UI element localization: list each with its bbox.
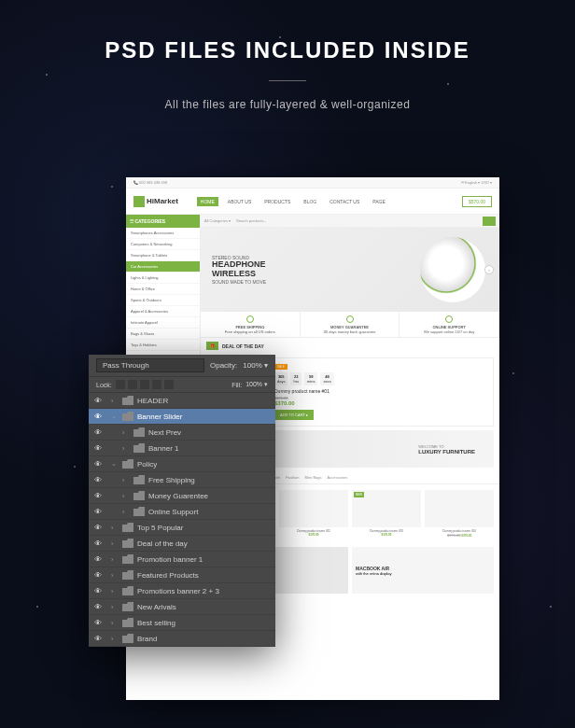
blend-mode-select[interactable]: Pass Through xyxy=(96,358,204,372)
visibility-icon[interactable]: 👁 xyxy=(92,523,104,532)
tab: Fashion xyxy=(286,475,299,480)
visibility-icon[interactable]: 👁 xyxy=(92,634,104,643)
layer-row[interactable]: 👁›Brand xyxy=(89,631,275,647)
cat-item: Computers & Networking xyxy=(126,239,200,250)
title-divider xyxy=(269,80,306,81)
layer-row[interactable]: 👁›Banner 1 xyxy=(89,441,275,456)
cat-item: Home & Office xyxy=(126,284,200,295)
layer-row[interactable]: 👁›Deal of the day xyxy=(89,536,275,552)
policy-sub: We support online 24/7 on day xyxy=(424,329,474,334)
layer-name: New Arivals xyxy=(137,603,272,611)
expand-arrow-icon[interactable]: › xyxy=(111,398,119,404)
layer-row[interactable]: 👁›Featured Products xyxy=(89,567,275,583)
opacity-value[interactable]: 100% ▾ xyxy=(243,361,268,370)
folder-icon xyxy=(122,459,133,469)
visibility-icon[interactable]: 👁 xyxy=(92,491,104,500)
deal-name: Dummy product name #01 xyxy=(274,388,487,394)
layer-row[interactable]: 👁›New Arivals xyxy=(89,599,275,615)
nav-blog: BLOG xyxy=(300,197,320,206)
expand-arrow-icon[interactable]: › xyxy=(111,572,119,579)
layer-row[interactable]: 👁›Money Guarentee xyxy=(89,488,275,504)
product-img xyxy=(425,490,494,527)
visibility-icon[interactable]: 👁 xyxy=(92,412,104,421)
expand-arrow-icon[interactable]: › xyxy=(111,588,119,595)
expand-arrow-icon[interactable]: › xyxy=(111,620,119,626)
visibility-icon[interactable]: 👁 xyxy=(92,602,104,611)
folder-icon xyxy=(133,443,145,453)
page-subtitle: All the files are fully-layered & well-o… xyxy=(0,98,575,111)
cart-button: $570.00 xyxy=(462,196,492,207)
expand-arrow-icon[interactable]: › xyxy=(122,477,130,483)
visibility-icon[interactable]: 👁 xyxy=(92,427,104,437)
cat-item: Bags & Shoes xyxy=(126,329,200,340)
visibility-icon[interactable]: 👁 xyxy=(92,507,104,516)
visibility-icon[interactable]: 👁 xyxy=(92,586,104,595)
main-nav: HOME ABOUT US PRODUCTS BLOG CONTACT US P… xyxy=(197,197,389,206)
lock-pixels-icon[interactable] xyxy=(128,380,137,389)
lock-artboard-icon[interactable] xyxy=(152,380,161,389)
expand-arrow-icon[interactable]: ⌄ xyxy=(111,460,119,468)
visibility-icon[interactable]: 👁 xyxy=(92,539,104,548)
folder-icon xyxy=(133,475,145,484)
folder-icon xyxy=(122,396,133,405)
lock-all-icon[interactable] xyxy=(164,380,174,389)
price-new: $370.00 xyxy=(274,400,295,406)
layer-row[interactable]: 👁⌄Banner Slider xyxy=(89,409,275,425)
cat-item-active: Car Accessories xyxy=(126,261,200,273)
visibility-icon[interactable]: 👁 xyxy=(92,570,104,580)
ps-lock-row: Lock: Fill: 100% ▾ xyxy=(89,377,275,393)
cat-item: Smartphone & Tablets xyxy=(126,250,200,261)
layer-row[interactable]: 👁›Next Prev xyxy=(89,425,275,441)
visibility-icon[interactable]: 👁 xyxy=(92,618,104,627)
search-cat: All Categories ▾ xyxy=(204,218,231,223)
deal-section-head: 🎁DEAL OF THE DAY xyxy=(201,338,499,354)
ps-blend-row: Pass Through Opacity: 100% ▾ xyxy=(89,355,275,377)
policy-sub: 30 days money back guarantee xyxy=(324,329,376,334)
support-icon xyxy=(445,315,453,323)
visibility-icon[interactable]: 👁 xyxy=(92,475,104,484)
layer-name: Online Support xyxy=(148,508,272,516)
nav-products: PRODUCTS xyxy=(260,197,294,206)
lock-position-icon[interactable] xyxy=(140,380,149,389)
layer-name: Free Shipping xyxy=(148,476,272,484)
layer-row[interactable]: 👁›Free Shipping xyxy=(89,472,275,488)
nav-contact: CONTACT US xyxy=(326,197,363,206)
product-card: Dummy product name #04$375.00 $370.00 xyxy=(425,490,494,538)
visibility-icon[interactable]: 👁 xyxy=(92,443,104,453)
layer-row[interactable]: 👁›HEADER xyxy=(89,393,275,409)
visibility-icon[interactable]: 👁 xyxy=(92,554,104,564)
layer-row[interactable]: 👁›Promotions banner 2 + 3 xyxy=(89,583,275,599)
layer-row[interactable]: 👁⌄Policy xyxy=(89,456,275,472)
product-img: NEW xyxy=(352,490,421,527)
lock-transparency-icon[interactable] xyxy=(116,380,125,389)
expand-arrow-icon[interactable]: › xyxy=(122,493,130,499)
sidebar-header: ☰ CATEGORIES xyxy=(126,215,200,228)
p-new: $370.00 xyxy=(309,533,319,537)
visibility-icon[interactable]: 👁 xyxy=(92,459,104,469)
expand-arrow-icon[interactable]: › xyxy=(111,636,119,642)
cat-item: Intimate Apparel xyxy=(126,317,200,329)
timer-secs: 48secs xyxy=(320,372,333,385)
expand-arrow-icon[interactable]: › xyxy=(111,540,119,547)
layer-name: Promotion banner 1 xyxy=(137,555,272,564)
expand-arrow-icon[interactable]: › xyxy=(122,429,130,436)
folder-icon xyxy=(133,427,145,437)
visibility-icon[interactable]: 👁 xyxy=(92,396,104,405)
expand-arrow-icon[interactable]: › xyxy=(122,445,130,452)
shipping-icon xyxy=(246,315,254,323)
cat-item: Apparel & Accessories xyxy=(126,306,200,317)
fill-value[interactable]: 100% ▾ xyxy=(245,381,268,388)
expand-arrow-icon[interactable]: › xyxy=(111,525,119,531)
layer-row[interactable]: 👁›Top 5 Popular xyxy=(89,520,275,536)
layer-name: Banner 1 xyxy=(148,444,272,453)
expand-arrow-icon[interactable]: › xyxy=(111,604,119,610)
layer-name: Policy xyxy=(137,460,272,469)
expand-arrow-icon[interactable]: › xyxy=(111,556,119,563)
layer-row[interactable]: 👁›Promotion banner 1 xyxy=(89,552,275,567)
layer-row[interactable]: 👁›Best selling xyxy=(89,615,275,631)
website-topbar: 📞 000 983 438 498 ✉ English ▾ USD ▾ xyxy=(126,177,499,189)
expand-arrow-icon[interactable]: › xyxy=(122,509,130,515)
expand-arrow-icon[interactable]: ⌄ xyxy=(111,413,119,420)
layer-row[interactable]: 👁›Online Support xyxy=(89,504,275,520)
cat-item: Lights & Lighting xyxy=(126,273,200,284)
